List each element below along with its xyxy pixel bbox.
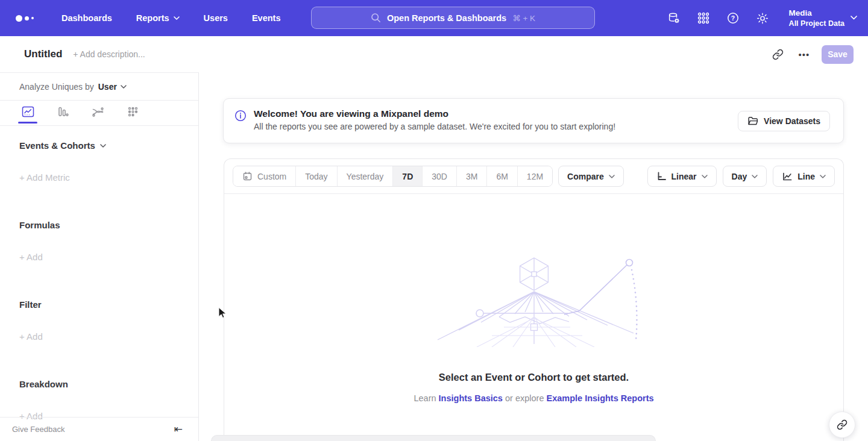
section-formulas-label: Formulas bbox=[19, 220, 60, 230]
range-6m[interactable]: 6M bbox=[486, 166, 517, 186]
chevron-down-icon bbox=[820, 175, 826, 178]
analyze-by-dropdown[interactable]: User bbox=[98, 82, 127, 92]
project-switcher[interactable]: Media All Project Data bbox=[789, 8, 857, 28]
banner-title: Welcome! You are viewing a Mixpanel demo bbox=[254, 108, 615, 119]
add-description-field[interactable]: + Add description... bbox=[73, 49, 145, 59]
range-today[interactable]: Today bbox=[295, 166, 336, 186]
chevron-down-icon bbox=[174, 16, 180, 20]
search-icon bbox=[371, 13, 381, 23]
link-icon bbox=[772, 49, 784, 60]
metrics-grid-icon bbox=[127, 106, 139, 117]
example-insights-reports-link[interactable]: Example Insights Reports bbox=[546, 393, 653, 403]
wireframe-illustration bbox=[420, 257, 649, 347]
report-title[interactable]: Untitled bbox=[24, 48, 62, 60]
chevron-down-icon bbox=[609, 175, 615, 178]
section-breakdown: Breakdown bbox=[19, 379, 179, 389]
chevron-down-icon bbox=[702, 175, 708, 178]
empty-state-links: Learn Insights Basics or explore Example… bbox=[224, 393, 843, 403]
bar-chart-icon bbox=[57, 106, 69, 117]
link-icon bbox=[837, 419, 848, 430]
date-range-segmented-control: Custom Today Yesterday 7D 30D 3M 6M 12M bbox=[233, 166, 553, 187]
scale-label: Linear bbox=[671, 172, 697, 181]
sidebar-footer: Give Feedback ⇤ bbox=[0, 417, 198, 441]
data-management-icon[interactable] bbox=[667, 11, 681, 25]
mixpanel-logo-icon[interactable] bbox=[16, 15, 40, 22]
more-options-button[interactable]: ••• bbox=[795, 45, 813, 63]
section-filter: Filter bbox=[19, 299, 179, 310]
insights-chart-card: Custom Today Yesterday 7D 30D 3M 6M 12M … bbox=[224, 158, 844, 441]
main-content: Welcome! You are viewing a Mixpanel demo… bbox=[199, 72, 868, 441]
help-icon[interactable]: ? bbox=[726, 11, 740, 25]
chevron-down-icon bbox=[851, 16, 857, 20]
chevron-down-icon bbox=[752, 175, 758, 178]
chart-type-label: Line bbox=[797, 172, 815, 181]
report-header: Untitled + Add description... ••• Save bbox=[0, 36, 868, 72]
project-name: Media bbox=[789, 8, 844, 19]
section-filter-label: Filter bbox=[19, 299, 42, 310]
svg-text:?: ? bbox=[731, 14, 734, 22]
floating-share-button[interactable] bbox=[829, 411, 855, 438]
range-custom-label: Custom bbox=[257, 172, 286, 181]
collapse-sidebar-icon[interactable]: ⇤ bbox=[174, 424, 183, 434]
range-yesterday[interactable]: Yesterday bbox=[337, 166, 393, 186]
copy-link-button[interactable] bbox=[769, 45, 787, 63]
empty-state: Select an Event or Cohort to get started… bbox=[224, 195, 843, 403]
search-shortcut: ⌘ + K bbox=[512, 13, 535, 23]
save-button[interactable]: Save bbox=[822, 45, 854, 64]
range-7d[interactable]: 7D bbox=[392, 166, 422, 186]
flow-icon bbox=[92, 106, 104, 117]
interval-dropdown[interactable]: Day bbox=[723, 166, 767, 187]
welcome-banner: Welcome! You are viewing a Mixpanel demo… bbox=[223, 98, 844, 143]
global-search[interactable]: Open Reports & Dashboards ⌘ + K bbox=[311, 7, 595, 29]
chart-type-tabs bbox=[0, 101, 198, 126]
explore-middle: or explore bbox=[505, 393, 544, 403]
chart-type-dropdown[interactable]: Line bbox=[773, 166, 835, 187]
range-custom[interactable]: Custom bbox=[233, 166, 295, 186]
compare-button[interactable]: Compare bbox=[558, 166, 624, 187]
scale-dropdown[interactable]: Linear bbox=[647, 166, 717, 187]
folder-icon bbox=[747, 116, 758, 126]
query-builder-sidebar: Analyze Uniques by User bbox=[0, 72, 199, 441]
add-filter-button[interactable]: + Add bbox=[19, 331, 179, 342]
calendar-icon bbox=[242, 171, 253, 181]
insights-basics-link[interactable]: Insights Basics bbox=[439, 393, 503, 403]
section-formulas: Formulas bbox=[19, 220, 179, 230]
nav-reports[interactable]: Reports bbox=[136, 13, 180, 23]
interval-label: Day bbox=[732, 172, 747, 181]
settings-gear-icon[interactable] bbox=[756, 11, 769, 25]
nav-events[interactable]: Events bbox=[252, 13, 281, 23]
tab-bar-chart[interactable] bbox=[53, 106, 72, 124]
info-icon bbox=[234, 110, 247, 122]
analyze-label: Analyze Uniques by bbox=[19, 82, 94, 92]
mixpanel-insights-page: Dashboards Reports Users Events Open Rep… bbox=[0, 0, 868, 441]
section-events-cohorts-label: Events & Cohorts bbox=[19, 140, 95, 151]
view-datasets-button[interactable]: View Datasets bbox=[738, 111, 830, 131]
add-metric-button[interactable]: + Add Metric bbox=[19, 172, 179, 183]
empty-state-title: Select an Event or Cohort to get started… bbox=[224, 372, 843, 383]
section-breakdown-label: Breakdown bbox=[19, 379, 68, 389]
chart-toolbar: Custom Today Yesterday 7D 30D 3M 6M 12M … bbox=[224, 159, 843, 194]
nav-users[interactable]: Users bbox=[204, 13, 228, 23]
range-30d[interactable]: 30D bbox=[422, 166, 456, 186]
apps-grid-icon[interactable] bbox=[697, 11, 710, 25]
nav-reports-label: Reports bbox=[136, 13, 169, 23]
give-feedback-link[interactable]: Give Feedback bbox=[12, 425, 64, 434]
bottom-panel-edge[interactable] bbox=[211, 435, 656, 441]
line-chart-icon bbox=[22, 106, 34, 117]
analyze-by-value: User bbox=[98, 82, 117, 92]
nav-dashboards[interactable]: Dashboards bbox=[61, 13, 112, 23]
linear-axis-icon bbox=[656, 171, 667, 181]
tab-insights-line-chart[interactable] bbox=[18, 106, 37, 124]
ellipsis-icon: ••• bbox=[799, 49, 810, 60]
chevron-down-icon bbox=[100, 144, 106, 148]
range-12m[interactable]: 12M bbox=[517, 166, 552, 186]
learn-prefix: Learn bbox=[414, 393, 436, 403]
chevron-down-icon bbox=[121, 85, 127, 89]
tab-flow-chart[interactable] bbox=[88, 106, 107, 124]
view-datasets-label: View Datasets bbox=[764, 116, 820, 126]
range-3m[interactable]: 3M bbox=[456, 166, 486, 186]
add-formula-button[interactable]: + Add bbox=[19, 252, 179, 262]
search-placeholder: Open Reports & Dashboards bbox=[387, 13, 506, 23]
section-events-cohorts[interactable]: Events & Cohorts bbox=[19, 140, 179, 151]
tab-metrics[interactable] bbox=[123, 106, 142, 124]
